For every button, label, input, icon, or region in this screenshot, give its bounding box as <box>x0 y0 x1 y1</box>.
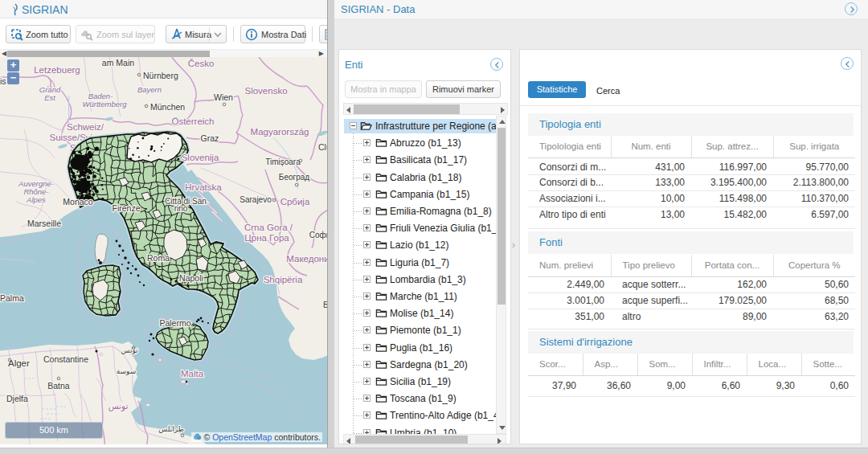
svg-text:Nürnberg: Nürnberg <box>143 71 178 80</box>
svg-text:Crna Gora /: Crna Gora / <box>244 223 293 232</box>
svg-text:Djelfa: Djelfa <box>6 394 28 403</box>
svg-text:Marseille: Marseille <box>27 219 61 228</box>
svg-text:سوسة: سوسة <box>117 367 137 375</box>
svg-text:Schweiz/: Schweiz/ <box>67 122 104 132</box>
svg-text:Софи: Софи <box>309 231 327 239</box>
svg-text:Batna: Batna <box>47 381 70 391</box>
svg-text:تونس: تونس <box>108 401 129 411</box>
svg-text:Magyarország: Magyarország <box>251 127 309 137</box>
svg-text:Graz: Graz <box>201 133 219 143</box>
svg-text:Napoli: Napoli <box>179 273 203 283</box>
svg-text:Hrvatska: Hrvatska <box>185 182 222 192</box>
svg-text:Црна Гора: Црна Гора <box>244 233 289 243</box>
svg-text:Македони: Македони <box>286 254 327 264</box>
svg-text:Србија: Србија <box>280 197 310 207</box>
svg-text:تونس: تونس <box>121 346 138 354</box>
svg-text:Constantine: Constantine <box>43 354 88 364</box>
svg-text:rino: rino <box>174 204 188 213</box>
svg-text:Palma: Palma <box>0 293 24 303</box>
svg-text:Palermo: Palermo <box>159 318 190 328</box>
svg-text:is: is <box>0 76 6 86</box>
svg-text:Shqipëria: Shqipëria <box>264 275 303 284</box>
svg-text:Monaco: Monaco <box>63 197 93 207</box>
svg-text:Firenze: Firenze <box>112 203 140 213</box>
svg-text:Slovenija: Slovenija <box>182 153 219 162</box>
svg-text:Česko: Česko <box>188 59 215 68</box>
svg-text:Slovensko: Slovensko <box>244 86 287 96</box>
svg-text:Sarajevo: Sarajevo <box>240 195 272 204</box>
svg-text:Württemberg: Württemberg <box>83 100 128 108</box>
svg-text:Roma: Roma <box>147 253 170 263</box>
svg-text:Bayern: Bayern <box>137 85 162 94</box>
svg-text:Alpes: Alpes <box>26 195 46 204</box>
svg-text:Letzebuerg: Letzebuerg <box>34 65 80 75</box>
svg-text:Österreich: Österreich <box>171 117 214 126</box>
svg-text:Timișoara: Timișoara <box>265 157 301 166</box>
svg-text:طرابلس: طرابلس <box>158 425 184 433</box>
svg-text:Београд: Београд <box>279 173 309 182</box>
svg-text:München: München <box>150 102 185 112</box>
svg-text:Malta: Malta <box>181 369 204 378</box>
svg-text:Est: Est <box>44 93 55 102</box>
svg-text:Wien: Wien <box>214 92 233 102</box>
svg-text:Cluj-N: Cluj-N <box>318 142 327 152</box>
svg-text:am Main: am Main <box>102 58 134 67</box>
